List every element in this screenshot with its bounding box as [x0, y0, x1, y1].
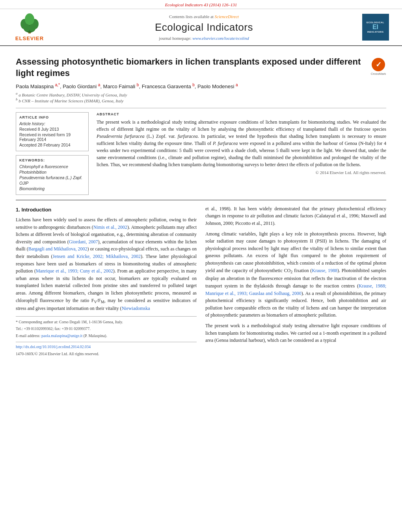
article-info-title: Article info — [19, 115, 85, 119]
body-two-col: 1. Introduction Lichens have been widely… — [16, 205, 386, 358]
revised-date: Received in revised form 19 February 201… — [19, 132, 85, 142]
right-para2: Among climatic variables, light plays a … — [205, 230, 386, 319]
page-wrapper: Ecological Indicators 43 (2014) 126–131 … — [0, 0, 402, 364]
keyword-1: Chlorophyll a fluorescence — [19, 164, 85, 169]
sciencedirect-prefix: Contents lists available at — [169, 14, 214, 19]
elsevier-tree-icon — [16, 13, 43, 35]
email-label: E-mail address: — [16, 334, 40, 338]
keyword-5: Biomonitoring — [19, 186, 85, 191]
body-divider — [16, 200, 386, 200]
right-para3: The present work is a methodological stu… — [205, 322, 386, 344]
crossmark-label: CrossMark — [371, 72, 386, 76]
article-title: Assessing photosynthetic biomarkers in l… — [16, 56, 365, 79]
authors-line: Paola Malaspina a,*, Paolo Giordani a, M… — [16, 83, 386, 89]
eco-indicators-logo: ECOLOGICAL EI INDICATORS — [362, 14, 389, 41]
divider-after-authors — [16, 108, 386, 108]
keyword-2: Photoinhibition — [19, 170, 85, 174]
abstract-title: Abstract — [97, 112, 386, 116]
eco-logo-mid-text: EI — [372, 24, 378, 31]
homepage-prefix: journal homepage: — [159, 36, 192, 41]
journal-citation: Ecological Indicators 43 (2014) 126–131 — [165, 2, 237, 7]
footnote-tel: Tel.: +39 01102099362; fax: +39 01 02099… — [16, 326, 197, 332]
affiliation-a: a a Botanic Centre Hanbury, DiSTAV, Univ… — [16, 91, 386, 97]
crossmark-icon[interactable]: ✓ — [372, 58, 385, 71]
doi-url: http://dx.doi.org/10.1016/j.ecolind.2014… — [16, 344, 197, 350]
right-para1-start: et al., 1998). It has been widely demons… — [205, 206, 386, 226]
affiliations: a a Botanic Centre Hanbury, DiSTAV, Univ… — [16, 91, 386, 103]
keywords-title: Keywords: — [19, 158, 85, 162]
svg-point-5 — [24, 24, 30, 32]
intro-para1: Lichens have been widely used to assess … — [16, 216, 197, 312]
sciencedirect-link[interactable]: ScienceDirect — [215, 14, 239, 19]
body-col-right: et al., 1998). It has been widely demons… — [205, 205, 386, 358]
history-label: Article history: — [19, 121, 85, 126]
email-address[interactable]: paola.malaspina@unige.it — [41, 334, 82, 338]
main-content: Assessing photosynthetic biomarkers in l… — [0, 46, 402, 364]
elsevier-label: ELSEVIER — [15, 35, 44, 41]
journal-logo-right: ECOLOGICAL EI INDICATORS — [361, 14, 390, 41]
elsevier-logo: ELSEVIER — [12, 13, 47, 41]
crossmark-badge[interactable]: ✓ CrossMark — [370, 58, 386, 76]
received-date: Received 8 July 2013 — [19, 127, 85, 132]
journal-title: Ecological Indicators — [51, 21, 357, 33]
svg-point-6 — [29, 24, 35, 32]
footnote-corresponding: * Corresponding author at: Corso Dogali … — [16, 319, 197, 325]
keywords-box: Keywords: Chlorophyll a fluorescence Pho… — [16, 155, 89, 195]
accepted-date: Accepted 28 February 2014 — [19, 143, 85, 147]
keyword-3: Pseudevernia furfuracea (L.) Zapf. — [19, 175, 85, 180]
affiliation-b: b b CNR – Institute of Marine Sciences (… — [16, 97, 386, 103]
article-title-section: Assessing photosynthetic biomarkers in l… — [16, 56, 386, 79]
issn-line: 1470-160X/© 2014 Elsevier Ltd. All right… — [16, 351, 197, 357]
sciencedirect-line: Contents lists available at ScienceDirec… — [51, 14, 357, 19]
abstract-text: The present work is a methodological stu… — [97, 119, 386, 168]
doi-section: http://dx.doi.org/10.1016/j.ecolind.2014… — [16, 342, 197, 357]
right-para1: et al., 1998). It has been widely demons… — [205, 205, 386, 227]
email-end: (P. Malaspina). — [84, 334, 107, 338]
copyright-line: © 2014 Elsevier Ltd. All rights reserved… — [97, 170, 386, 175]
info-abstract-section: Article info Article history: Received 8… — [16, 112, 386, 195]
header-center: Contents lists available at ScienceDirec… — [51, 14, 357, 41]
intro-heading: 1. Introduction — [16, 206, 197, 214]
abstract-col: Abstract The present work is a methodolo… — [97, 112, 386, 195]
body-col-left: 1. Introduction Lichens have been widely… — [16, 205, 197, 358]
svg-point-4 — [25, 13, 34, 25]
footnote-section: * Corresponding author at: Corso Dogali … — [16, 316, 197, 339]
eco-logo-bot-text: INDICATORS — [367, 31, 384, 33]
article-info-col: Article info Article history: Received 8… — [16, 112, 89, 195]
keyword-4: OJIP — [19, 181, 85, 185]
homepage-line: journal homepage: www.elsevier.com/locat… — [51, 36, 357, 41]
journal-top-bar: Ecological Indicators 43 (2014) 126–131 — [0, 0, 402, 9]
doi-link[interactable]: http://dx.doi.org/10.1016/j.ecolind.2014… — [16, 345, 91, 349]
homepage-url[interactable]: www.elsevier.com/locate/ecolind — [192, 36, 249, 41]
footnote-email: E-mail address: paola.malaspina@unige.it… — [16, 333, 197, 339]
article-info-box: Article info Article history: Received 8… — [16, 112, 89, 151]
header-section: ELSEVIER Contents lists available at Sci… — [0, 9, 402, 46]
